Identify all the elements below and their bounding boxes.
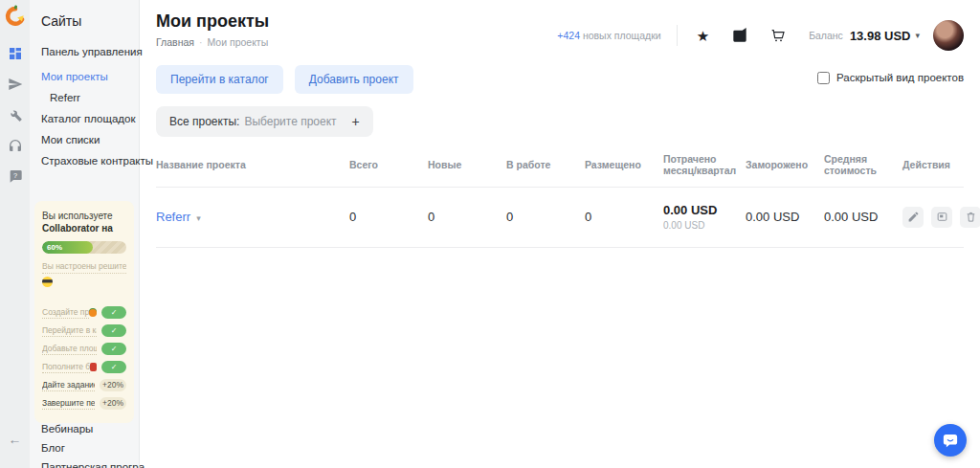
avatar[interactable] (933, 20, 964, 51)
expanded-view-toggle: Раскрытый вид проектов (817, 72, 964, 84)
filter-value[interactable]: Выберите проект (244, 115, 336, 128)
sidebar-item-referr[interactable]: Referr (41, 92, 139, 103)
task-reward-badge: +20% (100, 379, 126, 391)
send-icon[interactable] (7, 76, 23, 92)
moneybag-emoji-icon (90, 363, 97, 371)
sidebar-link-partner-program[interactable]: Партнерская програ... (41, 461, 139, 468)
cell-new: 0 (428, 210, 506, 224)
sidebar-item-dashboard[interactable]: Панель управления (41, 46, 139, 57)
usage-progress-label: 60% (42, 243, 62, 252)
messages-chat-icon[interactable] (732, 28, 747, 43)
pencil-icon (907, 211, 920, 223)
task-done-check-icon[interactable] (101, 324, 126, 337)
sidebar-menu: Панель управления Мои проекты Referr Кат… (30, 46, 139, 176)
favorites-star-icon[interactable] (697, 29, 709, 43)
project-caret-icon[interactable] (196, 213, 201, 223)
add-filter-plus-icon[interactable] (352, 115, 360, 128)
expanded-view-label[interactable]: Раскрытый вид проектов (836, 72, 964, 83)
sidebar-item-insurance[interactable]: Страховые контракты (41, 155, 139, 167)
cart-icon[interactable] (770, 28, 786, 43)
filter-row: Все проекты: Выберите проект (156, 106, 964, 137)
help-chat-icon[interactable]: ? (7, 167, 23, 184)
balance-label: Баланс (809, 30, 843, 41)
project-filter-chip[interactable]: Все проекты: Выберите проект (156, 106, 373, 137)
cell-placed: 0 (585, 210, 663, 224)
cell-total: 0 (349, 210, 428, 224)
new-sites-link[interactable]: +424 новых площадки (557, 30, 660, 41)
breadcrumb-home[interactable]: Главная (156, 36, 194, 48)
row-actions (902, 207, 980, 228)
task-finish-first: Завершите первую ... +20% (42, 397, 126, 410)
svg-text:?: ? (12, 170, 16, 179)
promo-caption: Вы настроены решительно... (42, 261, 126, 274)
sidebar-item-my-projects[interactable]: Мои проекты (41, 71, 139, 82)
project-name-link[interactable]: Referr (156, 210, 349, 224)
headphones-icon[interactable] (7, 137, 23, 153)
go-to-catalog-button[interactable]: Перейти в каталог (156, 65, 283, 94)
balance-caret-icon[interactable] (915, 31, 920, 40)
task-add-site: Добавьте площадку... (42, 343, 126, 355)
col-in-progress: В работе (506, 159, 585, 170)
balance-value[interactable]: 13.98 USD (850, 29, 911, 43)
task-reward-badge: +20% (100, 397, 126, 410)
sidebar-item-my-lists[interactable]: Мои списки (41, 134, 139, 145)
promo-usage-brand: Collaborator на (42, 223, 126, 234)
expanded-view-checkbox[interactable] (817, 72, 830, 84)
task-go-to-catalog: Перейдите в катало... (42, 324, 126, 337)
archive-project-button[interactable] (931, 207, 952, 228)
main-content: Мои проекты Главная·Мои проекты +424 нов… (140, 0, 980, 468)
spent-quarter-value: 0.00 USD (663, 220, 746, 231)
add-project-button[interactable]: Добавить проект (295, 65, 413, 94)
chat-bubble-icon (942, 432, 959, 449)
table-header-row: Название проекта Всего Новые В работе Ра… (156, 153, 964, 188)
title-block: Мои проекты Главная·Мои проекты (156, 11, 269, 48)
col-new: Новые (428, 159, 506, 170)
header-right: +424 новых площадки Баланс 13.98 USD (557, 20, 964, 51)
rail-icon-group: ? (7, 45, 23, 184)
onboarding-promo-card: Вы используете Collaborator на 60% Вы на… (34, 201, 134, 423)
cell-in-progress: 0 (506, 210, 585, 224)
col-actions: Действия (902, 159, 964, 170)
archive-icon (936, 211, 948, 223)
sidebar-item-catalog[interactable]: Каталог площадок (41, 113, 139, 124)
filter-label: Все проекты: (169, 115, 239, 128)
cell-frozen: 0.00 USD (746, 210, 824, 224)
usage-progress-fill: 60% (42, 241, 93, 254)
col-placed: Размещено (585, 159, 663, 170)
support-chat-button[interactable] (934, 424, 967, 457)
spent-month-value: 0.00 USD (663, 203, 746, 217)
breadcrumb: Главная·Мои проекты (156, 36, 269, 48)
dashboard-icon[interactable] (7, 45, 23, 61)
sidebar-link-blog[interactable]: Блог (41, 442, 139, 454)
task-top-up-balance: Пополните баланс (42, 361, 126, 373)
projects-table: Название проекта Всего Новые В работе Ра… (156, 153, 964, 248)
task-give-assignment: Дайте задание пло... +20% (42, 379, 126, 391)
breadcrumb-current: Мои проекты (207, 36, 268, 48)
sidebar-footer-links: Вебинары Блог Партнерская програ... (30, 423, 139, 468)
tools-icon[interactable] (7, 106, 23, 123)
task-done-check-icon[interactable] (101, 306, 126, 319)
cell-avg-cost: 0.00 USD (824, 210, 902, 224)
task-done-check-icon[interactable] (101, 343, 126, 355)
task-done-check-icon[interactable] (101, 361, 126, 373)
page-title: Мои проекты (156, 11, 269, 32)
sidebar-title: Сайты (30, 0, 139, 46)
main-header: Мои проекты Главная·Мои проекты +424 нов… (156, 11, 964, 51)
col-total: Всего (349, 159, 428, 170)
usage-progress-bar: 60% (42, 241, 126, 254)
col-frozen: Заморожено (746, 159, 824, 170)
col-spent: Потрачено месяц/квартал (663, 153, 746, 176)
delete-project-button[interactable] (960, 207, 980, 228)
collapse-sidebar-icon[interactable] (9, 432, 22, 447)
icon-rail: ? (0, 0, 30, 468)
sidebar-link-webinars[interactable]: Вебинары (41, 423, 139, 435)
sidebar: Сайты Панель управления Мои проекты Refe… (30, 0, 140, 468)
col-project-name: Название проекта (156, 159, 349, 170)
toolbar: Перейти в каталог Добавить проект Раскры… (156, 65, 964, 94)
pumpkin-emoji-icon (89, 309, 97, 317)
table-row: Referr 0 0 0 0 0.00 USD 0.00 USD 0.00 US… (156, 188, 964, 248)
collaborator-logo-icon[interactable] (5, 5, 26, 26)
task-create-project: Создайте проект (42, 306, 126, 319)
edit-project-button[interactable] (902, 207, 924, 228)
breadcrumb-separator: · (199, 36, 203, 48)
